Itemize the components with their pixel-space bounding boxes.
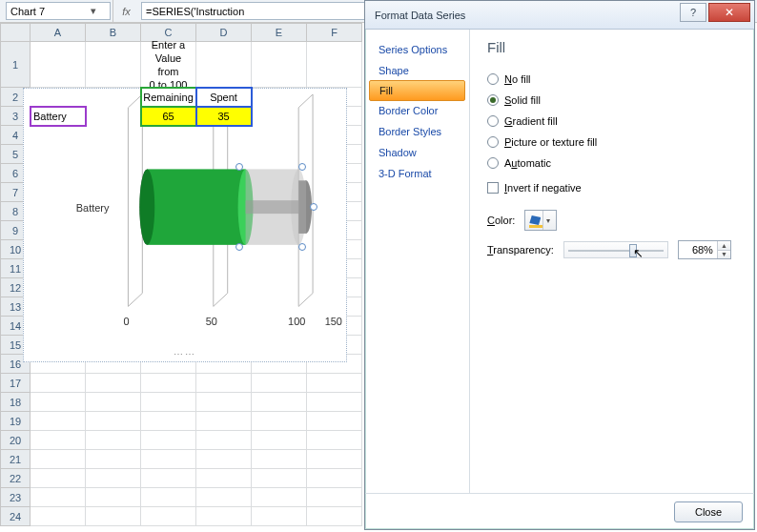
transparency-slider[interactable]: ↖ (563, 241, 668, 258)
row-header[interactable]: 23 (0, 488, 31, 507)
cell[interactable] (86, 431, 141, 450)
side-panel-item[interactable]: Border Styles (365, 121, 469, 142)
cell[interactable] (31, 450, 86, 469)
chevron-down-icon[interactable]: ▾ (542, 211, 552, 230)
cell[interactable] (31, 431, 86, 450)
cell[interactable]: Enter aValue from0 to 100 (141, 42, 196, 88)
cell[interactable] (196, 507, 252, 526)
embedded-chart[interactable]: Battery 0 50 100 150 ⋯⋯ (23, 88, 347, 362)
cell[interactable] (252, 431, 307, 450)
row-header[interactable]: 19 (0, 412, 31, 431)
cell[interactable] (252, 507, 307, 526)
cell[interactable] (86, 374, 141, 393)
fill-option-row[interactable]: Automatic (487, 153, 741, 174)
fill-option-row[interactable]: No fill (487, 69, 741, 90)
series-handle[interactable] (298, 163, 306, 171)
cell[interactable] (307, 42, 362, 88)
cell[interactable] (86, 488, 141, 507)
cell[interactable] (252, 412, 307, 431)
close-x-button[interactable]: ✕ (708, 3, 750, 22)
cell[interactable] (196, 42, 252, 88)
invert-if-negative-row[interactable]: Invert if negative (487, 177, 741, 198)
cell[interactable] (86, 450, 141, 469)
cell[interactable] (31, 488, 86, 507)
cell[interactable] (196, 374, 252, 393)
row-header[interactable]: 22 (0, 469, 31, 488)
side-panel-item[interactable]: Shape (365, 60, 469, 81)
cell[interactable] (252, 42, 307, 88)
series-handle[interactable] (235, 163, 243, 171)
cell[interactable] (196, 412, 252, 431)
cell[interactable] (86, 469, 141, 488)
cell[interactable] (196, 450, 252, 469)
transparency-input[interactable] (679, 241, 717, 258)
side-panel-item[interactable]: Shadow (365, 142, 469, 163)
cell[interactable] (307, 393, 362, 412)
dialog-titlebar[interactable]: Format Data Series ? ✕ (365, 1, 754, 30)
cell[interactable] (307, 507, 362, 526)
row-header[interactable]: 20 (0, 431, 31, 450)
cell[interactable] (307, 412, 362, 431)
fill-option-row[interactable]: Picture or texture fill (487, 132, 741, 153)
side-panel-item[interactable]: 3-D Format (365, 163, 469, 184)
series-handle[interactable] (298, 243, 306, 251)
color-picker-button[interactable]: ▾ (524, 210, 557, 231)
col-header[interactable]: B (86, 23, 141, 42)
cell[interactable] (31, 412, 86, 431)
side-panel-item[interactable]: Series Options (365, 39, 469, 60)
cell[interactable] (86, 507, 141, 526)
radio-icon[interactable] (487, 94, 499, 106)
fill-option-row[interactable]: Gradient fill (487, 111, 741, 132)
help-button[interactable]: ? (680, 3, 706, 22)
chart-resize-ellipsis[interactable]: ⋯⋯ (174, 349, 196, 359)
cell[interactable] (196, 469, 252, 488)
cell[interactable] (307, 374, 362, 393)
row-header[interactable]: 24 (0, 507, 31, 526)
radio-icon[interactable] (487, 73, 499, 85)
side-panel-item[interactable]: Fill (369, 80, 465, 101)
cell[interactable] (141, 469, 196, 488)
col-header[interactable]: F (307, 23, 362, 42)
col-header[interactable]: D (196, 23, 252, 42)
spinner-up[interactable]: ▲ (717, 241, 730, 251)
cell[interactable]: 65 (141, 107, 196, 126)
cell[interactable] (196, 431, 252, 450)
radio-icon[interactable] (487, 115, 499, 127)
cell[interactable] (252, 488, 307, 507)
slider-thumb[interactable] (629, 244, 637, 257)
col-header[interactable]: A (31, 23, 86, 42)
row-header[interactable]: 18 (0, 393, 31, 412)
cell[interactable]: Battery (31, 107, 86, 126)
series-handle[interactable] (310, 203, 317, 211)
series-handle[interactable] (235, 243, 243, 251)
col-header[interactable]: E (252, 23, 307, 42)
fill-option-row[interactable]: Solid fill (487, 90, 741, 111)
name-box-input[interactable] (10, 6, 87, 17)
cell[interactable] (307, 469, 362, 488)
row-header[interactable]: 1 (0, 42, 31, 88)
cell[interactable] (141, 393, 196, 412)
side-panel-item[interactable]: Border Color (365, 100, 469, 121)
cell[interactable] (141, 488, 196, 507)
name-box[interactable]: ▾ (6, 2, 111, 20)
cell[interactable] (196, 488, 252, 507)
cell[interactable] (141, 412, 196, 431)
cell[interactable] (307, 431, 362, 450)
cell[interactable] (196, 393, 252, 412)
cell[interactable]: Spent (196, 88, 252, 107)
radio-icon[interactable] (487, 157, 499, 169)
row-header[interactable]: 21 (0, 450, 31, 469)
cell[interactable] (86, 42, 141, 88)
name-box-dropdown-icon[interactable]: ▾ (87, 5, 100, 17)
radio-icon[interactable] (487, 136, 499, 148)
cell[interactable] (31, 393, 86, 412)
cell[interactable] (141, 450, 196, 469)
cell[interactable] (252, 469, 307, 488)
select-all-corner[interactable] (0, 23, 31, 42)
cell[interactable] (31, 507, 86, 526)
cell[interactable] (252, 374, 307, 393)
row-header[interactable]: 17 (0, 374, 31, 393)
checkbox-icon[interactable] (487, 182, 499, 194)
cell[interactable] (141, 431, 196, 450)
cell[interactable] (252, 393, 307, 412)
